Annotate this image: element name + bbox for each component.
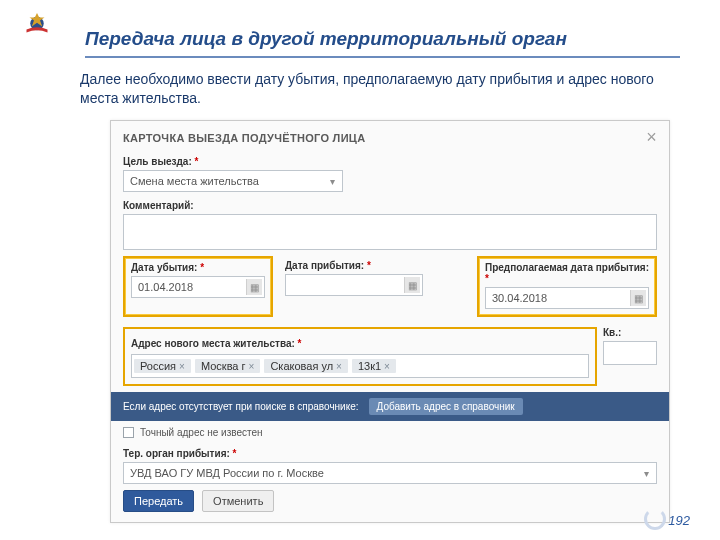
date-expected-value: 30.04.2018 [492,292,547,304]
date-depart-input[interactable]: 01.04.2018 ▦ [131,276,265,298]
ter-label: Тер. орган прибытия: [123,448,657,459]
ter-value: УВД ВАО ГУ МВД России по г. Москве [130,467,324,479]
date-arrive-input[interactable]: ▦ [285,274,423,296]
exact-unknown-label: Точный адрес не известен [140,427,263,438]
departure-card: КАРТОЧКА ВЫЕЗДА ПОДУЧЁТНОГО ЛИЦА × Цель … [110,120,670,523]
address-label: Адрес нового места жительства: [131,338,302,349]
purpose-label: Цель выезда: [123,156,657,167]
page-number: 192 [668,513,690,528]
intro-text: Далее необходимо ввести дату убытия, пре… [80,70,680,108]
address-chip[interactable]: Россия× [134,359,191,373]
purpose-value: Смена места жительства [130,175,259,187]
comment-label: Комментарий: [123,200,657,211]
exact-unknown-checkbox[interactable] [123,427,134,438]
date-depart-value: 01.04.2018 [138,281,193,293]
chevron-down-icon: ▾ [324,173,340,189]
ter-select[interactable]: УВД ВАО ГУ МВД России по г. Москве ▾ [123,462,657,484]
address-helper-bar: Если адрес отсутствует при поиске в спра… [111,392,669,421]
chip-remove-icon[interactable]: × [384,361,390,372]
address-chip[interactable]: Москва г× [195,359,260,373]
comment-textarea[interactable] [123,214,657,250]
page-title: Передача лица в другой территориальный о… [85,28,567,50]
card-title: КАРТОЧКА ВЫЕЗДА ПОДУЧЁТНОГО ЛИЦА [123,132,365,144]
add-address-button[interactable]: Добавить адрес в справочник [369,398,523,415]
date-expected-input[interactable]: 30.04.2018 ▦ [485,287,649,309]
date-depart-label: Дата убытия: [131,262,265,273]
submit-button[interactable]: Передать [123,490,194,512]
date-expected-label: Предполагаемая дата прибытия: [485,262,649,284]
calendar-icon[interactable]: ▦ [246,279,262,295]
chip-remove-icon[interactable]: × [249,361,255,372]
address-input[interactable]: Россия× Москва г× Скаковая ул× 13к1× [131,354,589,378]
kv-label: Кв.: [603,327,657,338]
address-chip[interactable]: 13к1× [352,359,396,373]
chip-remove-icon[interactable]: × [179,361,185,372]
calendar-icon[interactable]: ▦ [630,290,646,306]
date-arrive-label: Дата прибытия: [285,260,423,271]
bluebar-text: Если адрес отсутствует при поиске в спра… [123,401,359,412]
address-chip[interactable]: Скаковая ул× [264,359,348,373]
chevron-down-icon: ▾ [638,465,654,481]
decorative-swirl-icon [644,508,666,530]
calendar-icon[interactable]: ▦ [404,277,420,293]
address-highlight: Адрес нового места жительства: Россия× М… [123,327,597,386]
title-underline [85,56,680,58]
cancel-button[interactable]: Отменить [202,490,274,512]
purpose-select[interactable]: Смена места жительства ▾ [123,170,343,192]
close-icon[interactable]: × [646,127,657,148]
emblem-icon [22,10,52,40]
kv-input[interactable] [603,341,657,365]
chip-remove-icon[interactable]: × [336,361,342,372]
